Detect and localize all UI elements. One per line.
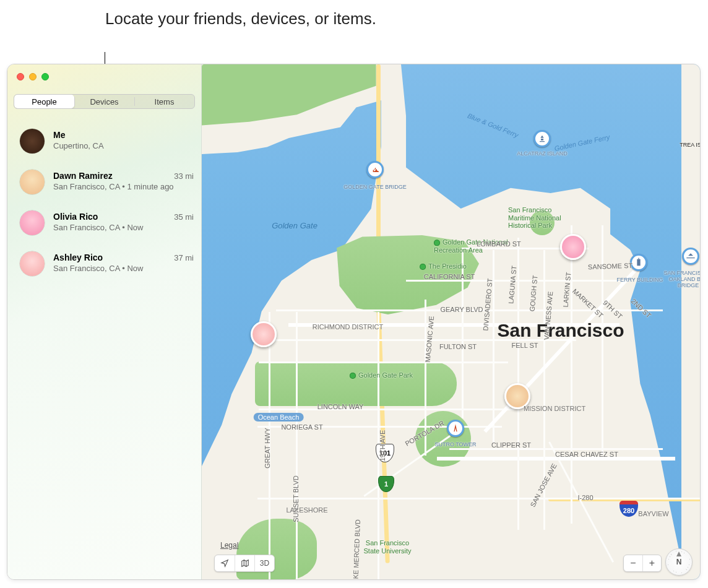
segmented-control: People Devices Items (14, 94, 195, 109)
window-minimize-button[interactable] (29, 73, 37, 80)
person-name: Me (53, 130, 194, 140)
list-item[interactable]: Olivia Rico San Francisco, CA • Now 35 m… (7, 207, 201, 248)
map-label-district: MISSION DISTRICT (524, 405, 585, 412)
map-label-park: San Francisco State University (363, 539, 412, 555)
map-label-poi: ALCATRAZ ISLAND (517, 150, 567, 157)
window-close-button[interactable] (17, 73, 24, 80)
person-name: Dawn Ramirez (53, 171, 174, 181)
map-label-poi: GOLDEN GATE BRIDGE (343, 184, 406, 190)
locate-button[interactable] (215, 555, 235, 571)
list-item-body: Dawn Ramirez San Francisco, CA • 1 minut… (53, 170, 174, 192)
person-name: Ashley Rico (53, 253, 174, 262)
map-label-beach: Ocean Beach (254, 413, 304, 422)
map-street-label: GREAT HWY (264, 428, 271, 469)
zoom-out-button[interactable]: − (624, 555, 642, 571)
map-label-district: BAYVIEW (638, 510, 668, 517)
map-street-label: GEARY BLVD (440, 306, 483, 313)
compass-button[interactable]: N (665, 548, 693, 576)
avatar (20, 210, 45, 235)
map-street-label: SANSOME ST (588, 262, 632, 271)
tab-label: Items (155, 97, 175, 106)
poi-sutro-icon[interactable] (447, 420, 464, 437)
svg-rect-0 (637, 259, 640, 266)
map-label-park: Golden Gate Park (350, 371, 413, 379)
map-street-label: FULTON ST (439, 343, 477, 350)
list-item[interactable]: Me Cupertino, CA (7, 125, 201, 166)
tab-label: Devices (90, 97, 118, 106)
map-label-park: San Francisco Maritime National Historic… (508, 206, 576, 230)
map-label-park: The Presidio (420, 262, 467, 270)
poi-gg-bridge-icon[interactable] (366, 161, 384, 178)
map-street-label: CLIPPER ST (491, 441, 531, 449)
list-item-body: Me Cupertino, CA (53, 129, 194, 152)
map-label-water: Golden Gate (272, 221, 317, 230)
zoom-in-button[interactable]: + (642, 555, 661, 571)
map-street-label: I-280 (577, 494, 593, 501)
person-sub: San Francisco, CA • 1 minute ago (53, 182, 174, 192)
person-distance: 33 mi (174, 171, 194, 181)
map-canvas[interactable]: Golden Gate Blue & Gold Ferry Golden Gat… (202, 64, 700, 579)
map-avatar-olivia[interactable] (560, 234, 586, 260)
people-list: Me Cupertino, CA Dawn Ramirez San Franci… (7, 125, 201, 288)
map-avatar-ashley[interactable] (251, 321, 277, 347)
avatar (20, 251, 45, 276)
list-item[interactable]: Dawn Ramirez San Francisco, CA • 1 minut… (7, 166, 201, 207)
map-label-poi: SAN FRANCISCO–OAKLAND BAY BRIDGE (660, 270, 700, 289)
map-street-label: LINCOLN WAY (317, 403, 364, 410)
map-label-district: RICHMOND DISTRICT (313, 323, 383, 331)
map-street-label: 19TH AVE (379, 430, 386, 462)
tab-devices[interactable]: Devices (74, 95, 134, 108)
person-sub: San Francisco, CA • Now (53, 264, 174, 274)
tab-items[interactable]: Items (134, 95, 194, 108)
map-3d-button[interactable]: 3D (254, 555, 274, 571)
legal-link[interactable]: Legal (220, 541, 238, 550)
avatar (20, 129, 45, 153)
avatar (20, 170, 45, 194)
map-street-label: LOMBARD ST (477, 240, 521, 248)
list-item-body: Olivia Rico San Francisco, CA • Now (53, 210, 174, 233)
map-street-label: CALIFORNIA ST (424, 273, 475, 280)
poi-bay-bridge-icon[interactable] (682, 248, 699, 265)
zoom-control: − + (623, 555, 662, 572)
map-street-label: FELL ST (512, 342, 538, 349)
map-label-island: TREA ISLA (680, 142, 700, 148)
person-distance: 35 mi (174, 212, 194, 222)
find-my-window: People Devices Items Me Cupertino, CA Da… (7, 64, 701, 580)
map-label-poi: FERRY BUILDING (616, 277, 663, 283)
list-item[interactable]: Ashley Rico San Francisco, CA • Now 37 m… (7, 248, 201, 288)
tab-people[interactable]: People (14, 95, 74, 108)
callout-text: Locate your friends, devices, or items. (105, 9, 376, 29)
tab-label: People (32, 97, 56, 106)
map-street-label: NORIEGA ST (281, 423, 322, 431)
map-street-label: CESAR CHAVEZ ST (555, 451, 618, 458)
map-street-label: SUNSET BLVD (292, 475, 300, 522)
person-name: Olivia Rico (53, 212, 174, 222)
window-zoom-button[interactable] (41, 73, 49, 80)
map-mode-control: 3D (214, 555, 275, 572)
svg-rect-1 (638, 258, 639, 259)
list-item-body: Ashley Rico San Francisco, CA • Now (53, 251, 174, 274)
map-city-label: San Francisco (497, 320, 624, 341)
poi-alcatraz-icon[interactable] (533, 130, 551, 147)
person-distance: 37 mi (174, 253, 194, 262)
person-sub: Cupertino, CA (53, 141, 194, 152)
window-controls (17, 73, 49, 80)
map-style-button[interactable] (235, 555, 254, 571)
sidebar: People Devices Items Me Cupertino, CA Da… (7, 64, 202, 579)
person-sub: San Francisco, CA • Now (53, 223, 174, 233)
map-label-poi: SUTRO TOWER (434, 441, 476, 447)
